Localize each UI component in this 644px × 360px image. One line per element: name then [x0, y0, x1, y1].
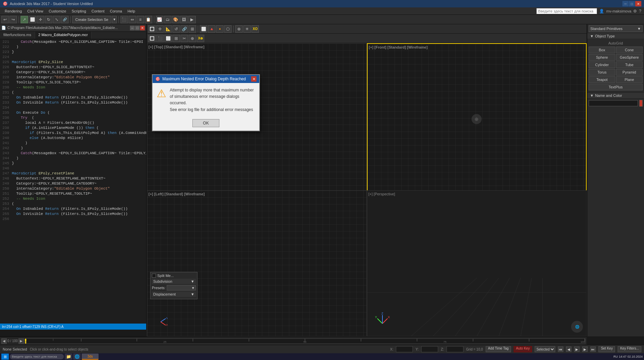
timeline-next-btn[interactable]: ▶ — [19, 338, 24, 344]
editor-tab-1[interactable]: filterfunctions.ms — [0, 32, 35, 39]
vp-tb-btn-13[interactable]: XO — [251, 25, 259, 33]
selected-dropdown[interactable]: Selected — [535, 346, 555, 352]
taskbar-file-explorer[interactable]: 📁 — [65, 354, 72, 360]
viewport-front[interactable]: [+] [Front] [Standard] [Wireframe] ⊕ — [367, 43, 587, 195]
settings-icon[interactable]: ⚙ — [633, 9, 637, 13]
mirror-button[interactable]: ⇔ — [129, 16, 136, 23]
y-coord[interactable] — [421, 346, 438, 352]
displacement-section[interactable]: Displacement ▼ — [152, 292, 196, 297]
render-scene[interactable]: 🖼 — [180, 16, 188, 23]
help-icon[interactable]: ? — [639, 9, 641, 13]
vp-icon-3[interactable]: ⬜ — [164, 35, 172, 42]
close-button[interactable]: ✕ — [635, 1, 641, 6]
play-next-frame[interactable]: ⏭ — [590, 347, 596, 352]
cylinder-button[interactable]: Cylinder — [589, 61, 615, 68]
cone-button[interactable]: Cone — [616, 47, 643, 53]
named-selections[interactable]: ⬛ — [120, 16, 128, 23]
pyramid-button[interactable]: Pyramid — [616, 69, 643, 76]
vp-tb-btn-8[interactable]: 🔺 — [208, 25, 215, 33]
play-prev[interactable]: ◀ — [566, 347, 571, 352]
torus-button[interactable]: Torus — [589, 69, 615, 76]
primitives-dropdown[interactable]: Standard Primitives ▼ — [589, 25, 643, 32]
vp-tb-btn-3[interactable]: 📐 — [164, 25, 172, 33]
snap-toggle[interactable]: 🔗 — [61, 16, 69, 23]
rotate-button[interactable]: ↻ — [45, 16, 52, 23]
play-button[interactable]: ▶ — [574, 347, 580, 352]
teapot-button[interactable]: Teapot — [589, 76, 615, 83]
viewport-left[interactable]: [+] [Left] [Standard] [Wireframe] Y X — [147, 190, 367, 337]
subdivision-section[interactable]: Subdivision ▼ — [152, 279, 196, 284]
menu-help[interactable]: Help — [126, 8, 137, 14]
key-filters-button[interactable]: Key Filters... — [618, 346, 641, 352]
editor-maximize[interactable]: □ — [135, 26, 140, 30]
minimize-button[interactable]: ─ — [622, 1, 628, 6]
search-bar[interactable]: Введите здесь текст для поиска — [10, 354, 64, 359]
menu-civil-view[interactable]: Civil View — [25, 8, 45, 14]
create-selection-button[interactable]: Create Selection Se — [72, 16, 111, 23]
error-dialog[interactable]: 🎯 Maximum Nested Error Dialog Depth Reac… — [152, 74, 260, 131]
dialog-ok-button[interactable]: OK — [192, 119, 219, 127]
vp-tb-btn-12[interactable]: ✳ — [243, 25, 251, 33]
tube-button[interactable]: Tube — [616, 61, 643, 68]
quick-render[interactable]: ▶ — [188, 16, 196, 23]
editor-minimize[interactable]: ─ — [130, 26, 135, 30]
maximize-button[interactable]: □ — [629, 1, 635, 6]
vp-tb-btn-5[interactable]: 🔗 — [181, 25, 188, 33]
vp-tb-btn-7[interactable]: ⬜ — [200, 25, 207, 33]
start-button[interactable]: ⊞ — [1, 354, 9, 360]
timeline-prev-btn[interactable]: ◀ — [1, 338, 7, 344]
auto-key-button[interactable]: Auto Key — [514, 346, 532, 352]
scale-button[interactable]: ⤡ — [53, 16, 60, 23]
schematic-view[interactable]: 🗂 — [164, 16, 171, 23]
editor-tab-2[interactable]: 2 Macro_EditablePolygon.mcr — [35, 32, 92, 39]
x-coord[interactable] — [396, 346, 413, 352]
dialog-close-btn[interactable]: ✕ — [251, 76, 257, 82]
vp-tb-btn-6[interactable]: ⊞ — [189, 25, 196, 33]
add-time-tag-button[interactable]: Add Time Tag — [486, 346, 511, 352]
object-name-input[interactable] — [589, 100, 638, 106]
name-color-section[interactable]: ▼ Name and Color — [587, 92, 644, 99]
search-input[interactable] — [536, 8, 597, 14]
viewport-perspective[interactable]: 🌐 [+] [Perspective] X Y Z — [367, 190, 587, 337]
plane-button[interactable]: Plane — [616, 76, 643, 83]
play-next[interactable]: ▶ — [582, 347, 588, 352]
sphere-button[interactable]: Sphere — [589, 54, 615, 61]
vp-tb-btn-2[interactable]: ✛ — [156, 25, 164, 33]
select-button[interactable]: ↗ — [21, 16, 28, 23]
geosphere-button[interactable]: GeoSphere — [616, 54, 643, 61]
menu-corona[interactable]: Corona — [108, 8, 124, 14]
vp-tb-btn-11[interactable]: ⊕ — [235, 25, 243, 33]
move-button[interactable]: ✛ — [37, 16, 44, 23]
vp-tb-btn-10[interactable]: ⬡ — [224, 25, 232, 33]
vp-icon-7[interactable]: X⊕ — [197, 35, 204, 42]
textplus-button[interactable]: TextPlus — [589, 84, 643, 90]
vp-tb-btn-4[interactable]: ↺ — [172, 25, 180, 33]
redo-button[interactable]: ↪ — [9, 16, 17, 23]
curve-editor[interactable]: 📈 — [156, 16, 163, 23]
select-region-button[interactable]: ⬜ — [29, 16, 36, 23]
presets-dropdown[interactable]: ▼ — [167, 285, 196, 290]
play-prev-frame[interactable]: ⏮ — [558, 347, 563, 352]
timeline-track[interactable]: 0 25 50 75 100 — [25, 338, 585, 344]
editor-close[interactable]: ✕ — [140, 26, 145, 30]
split-mesh-checkbox[interactable] — [152, 274, 156, 278]
taskbar-edge[interactable]: 🌐 — [73, 354, 81, 360]
vp-icon-5[interactable]: ✂ — [181, 35, 188, 42]
set-key-button[interactable]: Set Key — [598, 346, 615, 352]
menu-customize[interactable]: Customize — [47, 8, 68, 14]
z-coord[interactable] — [447, 346, 463, 352]
vp-icon-1[interactable]: 🔳 — [148, 35, 156, 42]
menu-scripting[interactable]: Scripting — [70, 8, 88, 14]
menu-rendering[interactable]: Rendering — [3, 8, 24, 14]
vp-icon-6[interactable]: ⊕ — [189, 35, 196, 42]
vp-tb-btn-9[interactable]: 🔸 — [216, 25, 223, 33]
box-button[interactable]: Box — [589, 47, 615, 53]
taskbar-3dsmax[interactable]: 3ds — [82, 354, 99, 360]
color-swatch[interactable] — [639, 100, 643, 107]
object-type-section[interactable]: ▼ Object Type — [587, 33, 644, 39]
undo-button[interactable]: ↩ — [1, 16, 9, 23]
vp-icon-4[interactable]: ⊞ — [172, 35, 180, 42]
vp-tb-btn-1[interactable]: 🔳 — [148, 25, 156, 33]
layer-manager[interactable]: 📋 — [145, 16, 152, 23]
menu-content[interactable]: Content — [89, 8, 107, 14]
